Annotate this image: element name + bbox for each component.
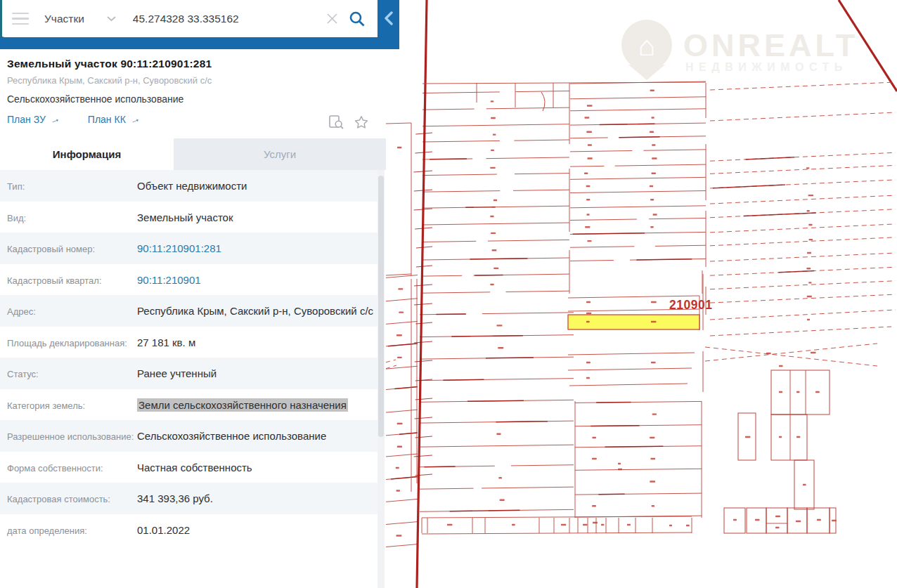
row-label: дата определения:	[7, 523, 137, 539]
object-header: Земельный участок 90:11:210901:281 Респу…	[0, 49, 386, 138]
preview-search-button[interactable]	[328, 114, 344, 130]
row-value-link[interactable]: 90:11:210901	[137, 274, 201, 286]
row-value: 01.01.2022	[137, 523, 376, 539]
chevron-down-icon	[107, 16, 116, 22]
plan-kk-link[interactable]: План КК→	[88, 113, 140, 125]
watermark-house-icon: ⌂	[638, 30, 655, 61]
row-value: Земли сельскохозяйственного назначения	[137, 398, 376, 414]
window-edge-strip	[0, 0, 2, 37]
selected-text: Земли сельскохозяйственного назначения	[137, 398, 348, 412]
search-input[interactable]	[131, 12, 309, 26]
row-value: 90:11:210901:281	[137, 241, 376, 257]
row-value: 27 181 кв. м	[137, 335, 376, 351]
info-row-kadastroviy-kvartal: Кадастровый квартал:90:11:210901	[0, 264, 377, 296]
row-label: Вид:	[7, 210, 137, 226]
info-table: Тип:Объект недвижимостиВид:Земельный уча…	[0, 170, 377, 545]
row-label: Кадастровый квартал:	[7, 273, 137, 289]
search-icon	[348, 10, 366, 28]
info-panel: Земельный участок 90:11:210901:281 Респу…	[0, 49, 386, 588]
info-row-data-opredeleniya: дата определения:01.01.2022	[0, 514, 377, 546]
object-usage-line: Сельскохозяйственное использование	[7, 93, 386, 105]
cadastral-map-canvas[interactable]: ⌂ONREALTНЕДВИЖИМОСТЬ210901	[385, 0, 897, 588]
info-row-stoimost: Кадастровая стоимость:341 393,36 руб.	[0, 483, 377, 514]
panel-scrollbar-thumb[interactable]	[378, 176, 384, 437]
panel-tabs: Информация Услуги	[0, 138, 386, 170]
row-value: Сельскохозяйственное использование	[137, 429, 376, 445]
layer-select[interactable]: Участки	[44, 13, 116, 25]
row-value: 90:11:210901	[137, 273, 376, 289]
row-value: Республика Крым, Сакский р-н, Суворовски…	[137, 303, 376, 320]
watermark-pin-icon	[628, 65, 665, 80]
info-row-ploshchad: Площадь декларированная:27 181 кв. м	[0, 327, 377, 358]
collapse-panel-button[interactable]	[380, 11, 397, 27]
row-value: 341 393,36 руб.	[137, 491, 376, 507]
page-title: Земельный участок 90:11:210901:281	[7, 58, 386, 70]
info-row-status: Статус:Ранее учтенный	[0, 358, 377, 389]
panel-scrollbar[interactable]	[377, 170, 385, 588]
favorite-button[interactable]	[354, 114, 369, 130]
chevron-left-icon	[383, 11, 394, 25]
star-icon	[354, 115, 369, 130]
plan-zu-link[interactable]: План ЗУ→	[7, 113, 60, 125]
row-label: Кадастровый номер:	[7, 241, 137, 257]
search-panel: Участки	[0, 0, 377, 37]
row-label: Адрес:	[7, 303, 137, 320]
onrealt-watermark: ONREALT	[683, 27, 858, 63]
row-label: Площадь декларированная:	[7, 335, 137, 351]
info-row-vid: Вид:Земельный участок	[0, 202, 377, 233]
info-row-kadastroviy-nomer: Кадастровый номер:90:11:210901:281	[0, 233, 377, 264]
cadastral-map[interactable]: ⌂ONREALTНЕДВИЖИМОСТЬ210901	[385, 0, 897, 588]
arrow-right-icon: →	[47, 112, 61, 126]
quarter-number-label: 210901	[669, 298, 712, 312]
info-row-tip: Тип:Объект недвижимости	[0, 170, 377, 202]
plan-zu-label: План ЗУ	[7, 114, 46, 125]
info-row-kategoriya: Категория земель:Земли сельскохозяйствен…	[0, 389, 377, 421]
row-value: Ранее учтенный	[137, 366, 376, 382]
row-value: Частная собственность	[137, 460, 376, 476]
arrow-right-icon: →	[127, 112, 141, 126]
tab-information[interactable]: Информация	[0, 138, 174, 170]
row-value: Земельный участок	[137, 210, 376, 226]
plan-kk-label: План КК	[88, 114, 126, 125]
row-label: Форма собственности:	[7, 460, 137, 476]
row-label: Кадастровая стоимость:	[7, 491, 137, 507]
row-label: Тип:	[7, 178, 137, 195]
onrealt-watermark-subtitle: НЕДВИЖИМОСТЬ	[685, 61, 848, 73]
close-icon	[325, 12, 339, 25]
tab-services[interactable]: Услуги	[174, 138, 386, 170]
document-magnifier-icon	[328, 114, 344, 130]
menu-hamburger-icon[interactable]	[12, 13, 29, 25]
info-row-adres: Адрес:Республика Крым, Сакский р-н, Суво…	[0, 295, 377, 327]
info-row-razreshennoe: Разрешенное использование:Сельскохозяйст…	[0, 420, 377, 452]
row-label: Категория земель:	[7, 398, 137, 414]
row-label: Разрешенное использование:	[7, 429, 137, 445]
clear-search-button[interactable]	[325, 12, 339, 25]
row-label: Статус:	[7, 366, 137, 382]
info-row-forma: Форма собственности:Частная собственност…	[0, 452, 377, 483]
layer-select-label: Участки	[44, 13, 84, 25]
row-value-link[interactable]: 90:11:210901:281	[137, 242, 221, 254]
app-window: ⌂ONREALTНЕДВИЖИМОСТЬ210901 Участки	[0, 0, 897, 588]
object-address-subtitle: Республика Крым, Сакский р-н, Суворовски…	[7, 75, 386, 86]
search-button[interactable]	[348, 10, 366, 28]
row-value: Объект недвижимости	[137, 178, 376, 195]
